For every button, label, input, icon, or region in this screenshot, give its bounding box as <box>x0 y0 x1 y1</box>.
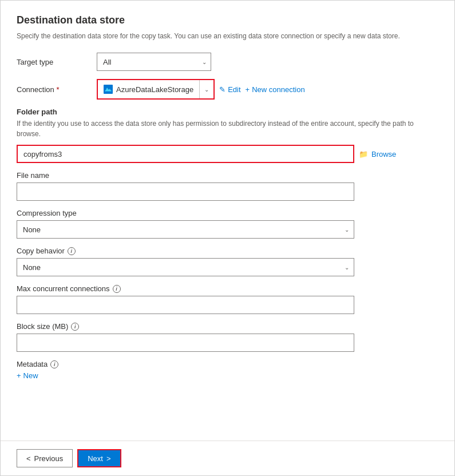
copy-behavior-info-icon[interactable]: i <box>68 247 76 255</box>
folder-icon: 📁 <box>359 150 368 158</box>
page-description: Specify the destination data store for t… <box>17 31 438 41</box>
max-connections-field: Max concurrent connections i <box>17 284 438 314</box>
previous-button[interactable]: < Previous <box>17 449 73 467</box>
metadata-new-button[interactable]: + New <box>17 371 38 380</box>
block-size-field: Block size (MB) i <box>17 322 438 352</box>
compression-type-label: Compression type <box>17 209 438 217</box>
metadata-section: Metadata i + New <box>17 360 438 380</box>
folder-path-section: Folder path If the identity you use to a… <box>17 108 438 163</box>
next-chevron-icon: > <box>106 454 111 463</box>
copy-behavior-dropdown[interactable]: None ⌄ <box>17 258 354 276</box>
previous-chevron-icon: < <box>26 454 31 463</box>
azure-storage-icon <box>104 85 113 94</box>
next-button[interactable]: Next > <box>77 449 121 467</box>
page-title: Destination data store <box>17 14 438 26</box>
connection-controls: AzureDataLakeStorage ⌄ ✎ Edit + New conn… <box>97 79 305 100</box>
block-size-label: Block size (MB) i <box>17 322 438 331</box>
edit-button[interactable]: ✎ Edit <box>219 85 240 94</box>
max-connections-info-icon[interactable]: i <box>113 285 121 293</box>
connection-dropdown[interactable]: AzureDataLakeStorage ⌄ <box>97 79 215 100</box>
footer: < Previous Next > <box>1 441 454 475</box>
copy-behavior-field: Copy behavior i None ⌄ <box>17 247 438 276</box>
folder-path-desc: If the identity you use to access the da… <box>17 118 438 139</box>
folder-path-input[interactable]: copyfroms3 <box>17 145 354 163</box>
copy-behavior-select[interactable]: None <box>17 259 354 276</box>
max-connections-label: Max concurrent connections i <box>17 284 438 293</box>
target-type-select[interactable]: All <box>97 53 211 71</box>
plus-icon: + <box>246 85 250 94</box>
connection-inner: AzureDataLakeStorage <box>98 80 199 98</box>
compression-type-dropdown[interactable]: None ⌄ <box>17 220 354 239</box>
file-name-input[interactable] <box>17 183 354 201</box>
new-connection-button[interactable]: + New connection <box>246 85 305 94</box>
copy-behavior-label: Copy behavior i <box>17 247 438 255</box>
target-type-row: Target type All ⌄ <box>17 53 438 71</box>
max-connections-input[interactable] <box>17 296 354 314</box>
compression-type-field: Compression type None ⌄ <box>17 209 438 239</box>
browse-button[interactable]: 📁 Browse <box>359 150 396 158</box>
metadata-label: Metadata i <box>17 360 438 368</box>
folder-path-title: Folder path <box>17 108 438 116</box>
metadata-plus-icon: + <box>17 371 21 380</box>
file-name-label: File name <box>17 171 438 180</box>
pencil-icon: ✎ <box>219 85 225 94</box>
target-type-label: Target type <box>17 58 97 66</box>
connection-chevron-icon[interactable]: ⌄ <box>199 80 213 98</box>
connection-row: Connection * AzureDataLakeStorage ⌄ <box>17 79 438 100</box>
metadata-info-icon[interactable]: i <box>50 360 58 368</box>
folder-path-row: copyfroms3 📁 Browse <box>17 145 438 163</box>
target-type-select-wrapper: All ⌄ <box>97 53 211 71</box>
svg-rect-1 <box>105 90 112 92</box>
connection-label: Connection * <box>17 85 97 94</box>
connection-value: AzureDataLakeStorage <box>116 85 193 94</box>
block-size-input[interactable] <box>17 334 354 352</box>
block-size-info-icon[interactable]: i <box>71 323 79 331</box>
compression-type-select[interactable]: None <box>17 221 354 238</box>
file-name-field: File name <box>17 171 438 201</box>
